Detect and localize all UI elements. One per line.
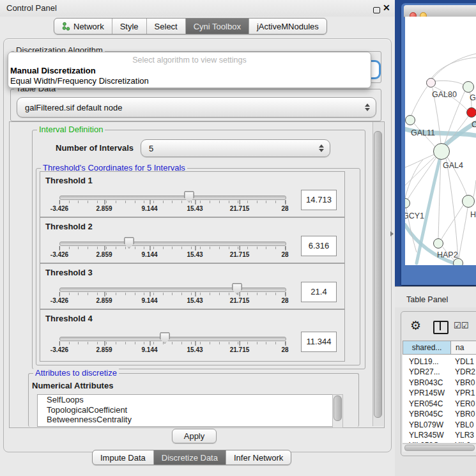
column-header-name[interactable]: na: [450, 341, 476, 355]
float-window-icon[interactable]: [373, 7, 380, 13]
threshold-1-block: Threshold 1 -3.426 2.859 9.144 15.43 21.…: [40, 171, 345, 217]
tab-select[interactable]: Select: [147, 19, 186, 34]
attributes-list[interactable]: SelfLoops TopologicalCoefficient Between…: [37, 394, 334, 427]
node-label-gal80: GAL80: [432, 90, 457, 99]
tab-jactivemnodules[interactable]: jActiveMNodules: [249, 19, 326, 34]
numerical-attributes-label: Numerical Attributes: [32, 381, 113, 390]
table-panel-title: Table Panel: [406, 295, 448, 304]
num-intervals-label: Number of Intervals: [56, 143, 134, 153]
table-row[interactable]: YDL19...YDL1: [403, 357, 476, 367]
node-label-gal11: GAL11: [411, 128, 435, 137]
node-label-gcy1: GCY1: [405, 211, 424, 220]
network-node[interactable]: [462, 195, 475, 208]
table-row[interactable]: YLR345WYLR3: [403, 430, 476, 440]
table-panel-titlebar: Table Panel: [395, 286, 476, 308]
threshold-1-slider-track[interactable]: [59, 196, 286, 200]
threshold-2-value-field[interactable]: 6.316: [301, 236, 337, 256]
combo-stepper-icon: [319, 140, 324, 157]
threshold-4-block: Threshold 4 -3.426 2.859 9.144 15.43 21.…: [40, 309, 345, 362]
column-view-icon[interactable]: [433, 321, 449, 334]
algorithm-popup: Select algorithm to view settings Manual…: [8, 52, 371, 88]
num-intervals-combobox[interactable]: 5: [141, 139, 330, 157]
node-table[interactable]: shared... na YDL19...YDL1 YDR27...YDR2 Y…: [403, 341, 476, 443]
table-row[interactable]: YBL079WYBL0: [403, 420, 476, 430]
checkbox-icon[interactable]: ☑☑: [454, 321, 468, 330]
tab-network-label: Network: [73, 22, 104, 31]
control-panel-tabs: Network Style Select Cyni Toolbox jActiv…: [54, 18, 327, 35]
viewport-scrollbar-thumb[interactable]: [374, 131, 382, 418]
bottom-tabs: Impute Data Discretize Data Infer Networ…: [92, 450, 291, 465]
node-label-hap2: HAP2: [437, 250, 458, 259]
network-node-red[interactable]: [466, 107, 476, 118]
network-node-gal11[interactable]: [405, 115, 415, 125]
network-edges: [405, 17, 476, 265]
column-header-shared-name[interactable]: shared...: [403, 341, 451, 355]
network-window-titlebar[interactable]: [404, 5, 476, 17]
network-node[interactable]: [463, 81, 474, 93]
threshold-3-value-field[interactable]: 21.4: [301, 282, 337, 302]
apply-button[interactable]: Apply: [172, 429, 217, 443]
node-label-partial: H: [470, 210, 476, 219]
interval-definition-label: Interval Definition: [37, 125, 105, 134]
gear-icon[interactable]: ⚙: [410, 318, 421, 333]
app-root: Control Panel ✕ Network Style Select Cyn…: [0, 0, 476, 476]
list-item[interactable]: BetweennessCentrality: [38, 415, 333, 425]
node-label-gal4: GAL4: [443, 161, 463, 170]
network-canvas[interactable]: GAL80 GA C GAL11 GAL4 GCY1 H HAP2: [405, 17, 476, 265]
table-row[interactable]: YPR145WYPR1: [403, 388, 476, 398]
popup-prompt: Select algorithm to view settings: [8, 56, 371, 65]
tab-discretize-data[interactable]: Discretize Data: [154, 450, 226, 464]
threshold-2-block: Threshold 2 -3.426 2.859 9.144 15.43 21.…: [40, 217, 345, 263]
popup-option-equal-width[interactable]: Equal Width/Frequency Discretization: [10, 76, 149, 86]
network-node-gal4[interactable]: [433, 143, 450, 160]
network-icon: [62, 22, 70, 31]
threshold-2-slider-track[interactable]: [59, 242, 286, 246]
node-label-partial: C: [472, 120, 476, 129]
node-label-partial: GA: [470, 93, 476, 102]
table-row[interactable]: YIL052CYIL0: [403, 440, 476, 443]
close-icon[interactable]: ✕: [383, 3, 390, 13]
threshold-4-value-field[interactable]: 11.344: [301, 332, 337, 352]
table-data-combobox[interactable]: galFiltered.sif default node: [17, 97, 376, 118]
network-node-gal80[interactable]: [426, 78, 436, 88]
tab-network[interactable]: Network: [54, 19, 112, 34]
threshold-3-block: Threshold 3 -3.426 2.859 9.144 15.43 21.…: [40, 263, 345, 309]
combo-stepper-icon: [365, 98, 370, 117]
panel-title: Control Panel: [6, 3, 57, 13]
popup-option-manual[interactable]: Manual Discretization: [10, 66, 96, 75]
threshold-1-value-field[interactable]: 14.713: [301, 190, 337, 210]
table-row[interactable]: YBR043CYBR0: [403, 378, 476, 388]
tab-impute-data[interactable]: Impute Data: [93, 450, 154, 464]
list-item[interactable]: TopologicalCoefficient: [38, 405, 333, 415]
control-panel-titlebar: Control Panel ✕: [0, 0, 395, 17]
table-hscrollbar-thumb[interactable]: [404, 445, 475, 451]
threshold-4-slider-track[interactable]: [59, 337, 286, 341]
threshold-3-slider-track[interactable]: [59, 288, 286, 292]
splitter-collapse-arrow[interactable]: [390, 231, 394, 236]
table-row[interactable]: YBR045CYBR0: [403, 409, 476, 419]
attributes-group-label: Attributes to discretize: [33, 369, 119, 378]
list-item[interactable]: SelfLoops: [38, 395, 333, 405]
table-row[interactable]: YER054CYER0: [403, 399, 476, 409]
tab-cyni-toolbox[interactable]: Cyni Toolbox: [186, 19, 249, 34]
tab-infer-network[interactable]: Infer Network: [226, 450, 291, 464]
attributes-scrollbar-thumb[interactable]: [334, 395, 342, 421]
network-node-hap2[interactable]: [433, 238, 443, 249]
tab-style[interactable]: Style: [112, 19, 147, 34]
table-row[interactable]: YDR27...YDR2: [403, 367, 476, 377]
